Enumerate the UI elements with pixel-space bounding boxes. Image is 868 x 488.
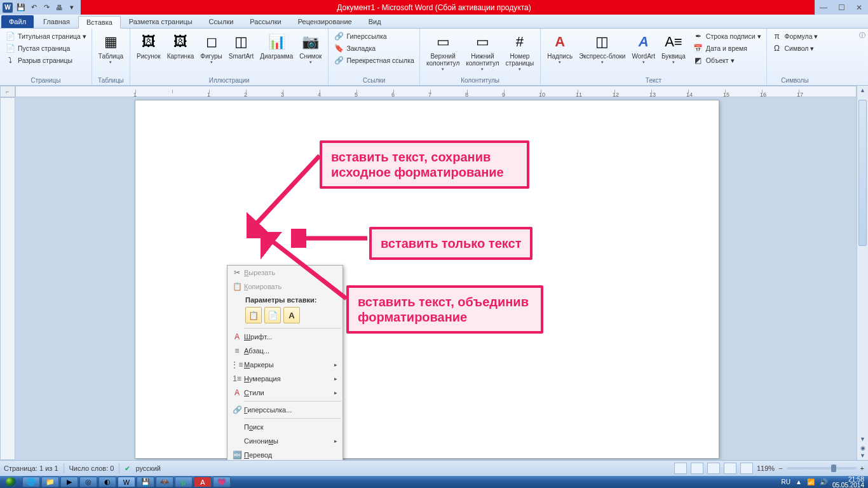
status-language[interactable]: русский bbox=[135, 464, 160, 472]
ctx-styles[interactable]: AСтили▸ bbox=[227, 386, 342, 400]
ribbon-help-icon[interactable]: ⓘ bbox=[859, 31, 865, 40]
tab-home[interactable]: Главная bbox=[35, 15, 78, 28]
taskbar-adobe[interactable]: A bbox=[194, 477, 212, 487]
hyperlink-button[interactable]: 🔗Гиперссылка bbox=[332, 30, 415, 42]
view-outline[interactable] bbox=[724, 463, 736, 474]
page-number-button[interactable]: #Номер страницы▾ bbox=[503, 30, 537, 76]
qat-redo-icon[interactable]: ↷ bbox=[40, 2, 53, 13]
tab-view[interactable]: Вид bbox=[360, 15, 390, 28]
dropcap-button[interactable]: A≡Буквица▾ bbox=[659, 30, 688, 76]
ctx-numbering[interactable]: 1≡Нумерация▸ bbox=[227, 372, 342, 386]
taskbar-save[interactable]: 💾 bbox=[137, 477, 154, 487]
qat-save-icon[interactable]: 💾 bbox=[15, 2, 27, 13]
equation-button[interactable]: πФормула ▾ bbox=[771, 30, 820, 42]
maximize-button[interactable]: ☐ bbox=[832, 2, 850, 13]
qat-undo-icon[interactable]: ↶ bbox=[27, 2, 40, 13]
textbox-button[interactable]: AНадпись▾ bbox=[545, 30, 575, 76]
picture-icon: 🖼 bbox=[139, 32, 159, 52]
tray-volume-icon[interactable]: 🔊 bbox=[820, 478, 827, 485]
zoom-level[interactable]: 119% bbox=[757, 464, 775, 472]
smartart-button[interactable]: ◫SmartArt bbox=[226, 30, 256, 76]
view-draft[interactable] bbox=[740, 463, 753, 474]
taskbar-word[interactable]: W bbox=[118, 477, 135, 487]
shapes-button[interactable]: ◻Фигуры▾ bbox=[198, 30, 224, 76]
qat-print-icon[interactable]: 🖶 bbox=[53, 2, 65, 13]
group-links: 🔗Гиперссылка 🔖Закладка 🔗Перекрестная ссы… bbox=[329, 29, 419, 85]
quickparts-icon: ◫ bbox=[592, 32, 613, 52]
taskbar-chrome[interactable]: ◎ bbox=[79, 477, 97, 487]
status-words[interactable]: Число слов: 0 bbox=[69, 464, 114, 472]
paste-keep-source[interactable]: 📋 bbox=[245, 307, 262, 323]
tab-file[interactable]: Файл bbox=[1, 15, 34, 28]
date-time-button[interactable]: 📅Дата и время bbox=[692, 43, 763, 54]
ruler-corner[interactable]: ⌐ bbox=[0, 86, 15, 97]
view-full-screen[interactable] bbox=[691, 463, 703, 474]
prev-page-icon[interactable]: ◉ bbox=[857, 445, 868, 451]
smartart-icon: ◫ bbox=[231, 32, 252, 52]
taskbar-app1[interactable]: 🦇 bbox=[156, 477, 173, 487]
close-button[interactable]: ✕ bbox=[850, 2, 868, 13]
bookmark-button[interactable]: 🔖Закладка bbox=[332, 43, 415, 54]
taskbar-steam[interactable]: ◐ bbox=[98, 477, 116, 487]
scroll-thumb[interactable] bbox=[858, 100, 867, 246]
tray-date[interactable]: 05.05.2014 bbox=[832, 482, 864, 489]
taskbar-utorrent[interactable]: μ bbox=[175, 477, 193, 487]
scrollbar-vertical[interactable]: ▲ ▼ ◉ ▼ bbox=[857, 86, 868, 460]
minimize-button[interactable]: — bbox=[815, 2, 832, 13]
ctx-synonyms[interactable]: Синонимы▸ bbox=[227, 434, 342, 448]
scroll-down-icon[interactable]: ▼ bbox=[857, 436, 868, 442]
qat-dd-icon[interactable]: ▾ bbox=[65, 2, 78, 13]
ruler-horizontal[interactable]: 11234567891011121314151617 bbox=[15, 86, 857, 97]
picture-button[interactable]: 🖼Рисунок bbox=[134, 30, 163, 76]
screenshot-button[interactable]: 📷Снимок▾ bbox=[297, 30, 324, 76]
zoom-out-button[interactable]: − bbox=[778, 464, 782, 472]
start-button[interactable] bbox=[0, 476, 22, 488]
signature-line-button[interactable]: ✒Строка подписи ▾ bbox=[692, 30, 763, 42]
scroll-up-icon[interactable]: ▲ bbox=[857, 87, 868, 93]
tab-insert[interactable]: Вставка bbox=[78, 16, 121, 29]
tray-lang[interactable]: RU bbox=[782, 478, 790, 485]
wordart-button[interactable]: AWordArt▾ bbox=[629, 30, 658, 76]
ctx-paragraph[interactable]: ≡Абзац... bbox=[227, 344, 342, 358]
ctx-search[interactable]: Поиск bbox=[227, 420, 342, 434]
blank-page-button[interactable]: 📄Пустая страница bbox=[4, 43, 88, 54]
styles-icon: A bbox=[230, 388, 244, 397]
zoom-in-button[interactable]: + bbox=[860, 464, 864, 472]
paste-merge[interactable]: 📄 bbox=[264, 307, 281, 323]
zoom-slider[interactable] bbox=[787, 467, 857, 470]
view-print-layout[interactable] bbox=[674, 463, 687, 474]
clipart-button[interactable]: 🖼Картинка bbox=[165, 30, 197, 76]
taskbar-explorer[interactable]: 📁 bbox=[41, 477, 59, 487]
view-web-layout[interactable] bbox=[707, 463, 720, 474]
cover-page-button[interactable]: 📄Титульная страница ▾ bbox=[4, 30, 88, 42]
shapes-icon: ◻ bbox=[201, 32, 222, 52]
quickparts-button[interactable]: ◫Экспресс-блоки▾ bbox=[576, 30, 628, 76]
ruler-vertical[interactable] bbox=[0, 97, 15, 460]
cut-icon: ✂ bbox=[230, 268, 244, 277]
ctx-font[interactable]: AШрифт... bbox=[227, 330, 342, 344]
header-button[interactable]: ▭Верхний колонтитул▾ bbox=[424, 30, 462, 76]
object-button[interactable]: ◩Объект ▾ bbox=[692, 55, 763, 66]
ctx-hyperlink[interactable]: 🔗Гиперссылка... bbox=[227, 403, 342, 417]
status-spellcheck-icon[interactable]: ✔ bbox=[125, 464, 130, 473]
ctx-bullets[interactable]: ⋮≡Маркеры▸ bbox=[227, 358, 342, 372]
crossref-button[interactable]: 🔗Перекрестная ссылка bbox=[332, 55, 415, 66]
tray-flag-icon[interactable]: ▲ bbox=[796, 478, 802, 485]
taskbar-ie[interactable]: 🌐 bbox=[22, 477, 40, 487]
tab-references[interactable]: Ссылки bbox=[201, 15, 242, 28]
tab-review[interactable]: Рецензирование bbox=[290, 15, 360, 28]
table-button[interactable]: ▦Таблица▾ bbox=[96, 30, 126, 76]
bookmark-icon: 🔖 bbox=[334, 43, 344, 53]
symbol-button[interactable]: ΩСимвол ▾ bbox=[771, 43, 820, 54]
tab-mailings[interactable]: Рассылки bbox=[241, 15, 289, 28]
paste-text-only[interactable]: A bbox=[283, 307, 300, 323]
taskbar-media[interactable]: ▶ bbox=[60, 477, 78, 487]
tray-network-icon[interactable]: 📶 bbox=[807, 478, 815, 485]
footer-button[interactable]: ▭Нижний колонтитул▾ bbox=[463, 30, 501, 76]
status-page[interactable]: Страница: 1 из 1 bbox=[4, 464, 58, 472]
page-break-button[interactable]: ⤵Разрыв страницы bbox=[4, 55, 88, 66]
taskbar-app2[interactable]: 💗 bbox=[213, 477, 231, 487]
chart-button[interactable]: 📊Диаграмма bbox=[257, 30, 295, 76]
next-page-icon[interactable]: ▼ bbox=[857, 452, 868, 459]
tab-page-layout[interactable]: Разметка страницы bbox=[121, 15, 201, 28]
